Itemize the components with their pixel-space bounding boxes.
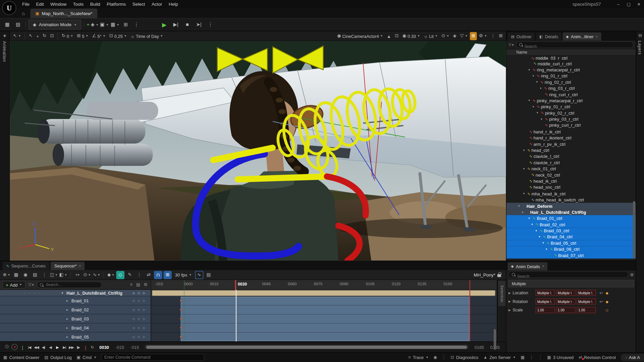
trace-dropdown[interactable]: ≡ Trace ▼ bbox=[408, 355, 428, 360]
sequencer-settings-gear-icon[interactable]: ⚙ bbox=[143, 283, 148, 287]
revision-control-button[interactable]: ⇄ Revision Control bbox=[579, 355, 616, 360]
keyframe-nav-icons[interactable]: ◁ ◇ ▷ bbox=[132, 308, 147, 311]
tab-anim-details[interactable]: ◈ Anim Details × bbox=[507, 262, 547, 270]
render-movie-icon[interactable]: ▤ bbox=[31, 271, 39, 279]
outliner-tree-row[interactable]: ▾ ∿ ring_metacarpal_r_ctrl bbox=[506, 66, 636, 72]
level-tab[interactable]: ▣ Map_North..._ScaleNew* bbox=[31, 9, 98, 18]
anim-property-row[interactable]: ▶ Scale 1.00 1.00 1.00 ◇ bbox=[506, 306, 636, 314]
screenshot-button[interactable]: ◉ bbox=[433, 355, 437, 359]
outliner-tree-row[interactable]: ▾ ∿ Braid_05_ctrl bbox=[506, 240, 636, 246]
layers-panel-icon[interactable]: ▤ bbox=[638, 33, 642, 37]
anim-details-search[interactable] bbox=[508, 271, 629, 278]
details-settings-gear-icon[interactable]: ⚙ bbox=[630, 272, 634, 277]
keyframe-nav-icons[interactable]: ◁ ◇ ▷ bbox=[132, 317, 147, 320]
viewport-cursor-tool[interactable]: ↖▼ bbox=[11, 32, 22, 40]
track-row[interactable]: ▸ Braid_05 ◁ ◇ ▷ bbox=[0, 333, 151, 342]
animation-strip-tab[interactable]: Animation bbox=[2, 41, 7, 62]
expander-icon[interactable]: ▾ bbox=[522, 192, 526, 195]
filter-dropdown[interactable]: ▽▼ bbox=[459, 32, 469, 40]
tab-sequencer[interactable]: Sequencer* × bbox=[51, 262, 85, 270]
zen-server-dropdown[interactable]: ▲ Zen Server ▼ bbox=[483, 355, 516, 360]
scale-snap-dropdown[interactable]: ⊡0.25▼ bbox=[108, 32, 128, 40]
selected-sections[interactable] bbox=[181, 297, 470, 341]
timeline-view-icon[interactable]: ▤ bbox=[205, 271, 213, 279]
keyframe-diamond-icon[interactable]: ◆ bbox=[604, 299, 610, 303]
transport-button[interactable]: ⓘ bbox=[3, 343, 10, 351]
timeline-scrollbar[interactable] bbox=[145, 345, 469, 349]
keyframe-diamond-icon[interactable]: ◇ bbox=[604, 308, 610, 312]
outliner-tree-row[interactable]: ▾ ∿ ring_03_r_ctrl bbox=[506, 85, 636, 91]
time-ruler[interactable]: -015000000150045006000750090010501200135… bbox=[151, 280, 497, 290]
value-y-field[interactable]: Multiple \ bbox=[556, 298, 576, 304]
expander-icon[interactable]: ▾ bbox=[535, 80, 539, 84]
close-icon[interactable]: × bbox=[542, 264, 544, 268]
menu-item[interactable]: Actor bbox=[148, 0, 165, 8]
show-flags-dropdown[interactable]: ⊙▼ bbox=[440, 32, 451, 40]
expander-icon[interactable]: ▾ bbox=[539, 118, 544, 121]
close-icon[interactable]: × bbox=[596, 35, 598, 39]
transport-button[interactable]: |◀ bbox=[26, 343, 33, 351]
close-icon[interactable]: ✕ bbox=[634, 2, 644, 6]
value-x-field[interactable]: Multiple \ bbox=[536, 290, 555, 296]
outliner-tree-row[interactable]: ∿ clavicle_r_ctrl bbox=[506, 160, 636, 166]
transport-button[interactable]: ▶▶ bbox=[68, 343, 75, 351]
visibility-dropdown-icon[interactable]: ⊙▼ bbox=[83, 271, 91, 279]
game-view-toggle[interactable]: ⊞ bbox=[470, 32, 477, 40]
revert-icon[interactable]: ↩ bbox=[598, 299, 604, 304]
maximize-icon[interactable]: ▢ bbox=[624, 2, 634, 6]
expander-icon[interactable]: ▾ bbox=[520, 210, 525, 214]
value-x-field[interactable]: 1.00 bbox=[536, 307, 555, 313]
keyframe-nav-icons[interactable]: ◁ ◇ ▷ bbox=[132, 326, 147, 329]
expander-icon[interactable]: ▶ bbox=[508, 308, 513, 312]
expander-icon[interactable]: ▾ bbox=[538, 86, 543, 90]
transport-button[interactable]: ↻ bbox=[89, 343, 96, 351]
list-density-icon[interactable]: ≡ bbox=[129, 283, 133, 287]
outliner-name-column-header[interactable]: Name bbox=[506, 49, 636, 56]
frame-skip-button[interactable]: ▶| bbox=[171, 20, 181, 29]
working-range-start[interactable]: -015 bbox=[130, 345, 139, 350]
layout-dropdown-icon[interactable]: ◫▼ bbox=[50, 271, 58, 279]
outliner-tree-row[interactable]: ∿ hand_r_ikorient_ctrl bbox=[506, 135, 636, 141]
lock-icon[interactable] bbox=[497, 274, 501, 277]
outliner-tree-row[interactable]: ▾ ∿ ring_01_r_ctrl bbox=[506, 73, 636, 79]
sequence-asset-name[interactable]: MH_Pony* bbox=[474, 272, 503, 277]
outliner-tree-row[interactable]: ∿ hand_r_ik_ctrl bbox=[506, 128, 636, 134]
transport-button[interactable]: ◀| bbox=[40, 343, 47, 351]
selection-strip-tab[interactable]: Selection bbox=[498, 281, 505, 306]
outliner-tree-row[interactable]: ∿ Braid_07_ctrl bbox=[506, 252, 636, 258]
angle-snap-dropdown[interactable]: ∠5°▼ bbox=[91, 32, 107, 40]
current-frame[interactable]: 0030 bbox=[99, 345, 109, 350]
close-icon[interactable]: × bbox=[79, 264, 81, 268]
add-actor-button[interactable]: +◈▼ bbox=[87, 20, 99, 29]
expander-icon[interactable]: ▾ bbox=[527, 217, 531, 220]
rotation-snap-dropdown[interactable]: ↻0▼ bbox=[60, 32, 75, 40]
menu-item[interactable]: Window bbox=[47, 0, 70, 8]
transport-button[interactable]: ▶| bbox=[61, 343, 68, 351]
outliner-tree-row[interactable]: ▾ ∿ Braid_01_ctrl bbox=[506, 215, 636, 221]
anim-property-row[interactable]: ▶ Rotation Multiple \ Multiple \ Multipl… bbox=[506, 297, 636, 306]
fps-dropdown[interactable]: 30 fps▼ bbox=[173, 272, 194, 277]
outliner-tree-row[interactable]: ∿ middle_curl_r_ctrl bbox=[506, 60, 636, 66]
expander-icon[interactable]: ▾ bbox=[522, 148, 526, 152]
cinematics-button[interactable]: ▦▼ bbox=[110, 20, 120, 29]
outliner-scrollbar[interactable] bbox=[633, 201, 635, 258]
expander-icon[interactable]: ▾ bbox=[544, 248, 548, 251]
track-view-icon[interactable]: ▤ bbox=[136, 283, 141, 287]
snap-magnet-toggle[interactable]: U bbox=[154, 271, 162, 279]
add-track-button[interactable]: + Add ▼ bbox=[2, 281, 25, 289]
anim-details-search-input[interactable] bbox=[509, 273, 628, 279]
outliner-tree-row[interactable]: ▾ ∿ pinky_02_r_ctrl bbox=[506, 110, 636, 116]
world-dropdown-icon[interactable]: ⊕▼ bbox=[2, 271, 10, 279]
outliner-tree-row[interactable]: ∿ head_snc_ctrl bbox=[506, 184, 636, 190]
expander-icon[interactable]: ▾ bbox=[531, 105, 535, 109]
working-range-end[interactable]: 0165 bbox=[475, 345, 484, 350]
content-drawer-button[interactable]: ▦ Content Drawer bbox=[3, 355, 40, 360]
track-row[interactable]: ▸ Braid_03 ◁ ◇ ▷ bbox=[0, 314, 151, 323]
expander-icon[interactable]: ▾ bbox=[534, 229, 538, 232]
time-of-day-dropdown[interactable]: ☼Time of Day▼ bbox=[129, 32, 165, 40]
outliner-search-input[interactable] bbox=[516, 43, 633, 49]
camera-icon[interactable]: ◉ bbox=[21, 271, 30, 279]
derived-data-button[interactable]: ▦ bbox=[521, 355, 525, 359]
edit-mode-icon[interactable]: ✎ bbox=[126, 271, 134, 279]
output-log-button[interactable]: ▤ Output Log bbox=[44, 355, 71, 360]
